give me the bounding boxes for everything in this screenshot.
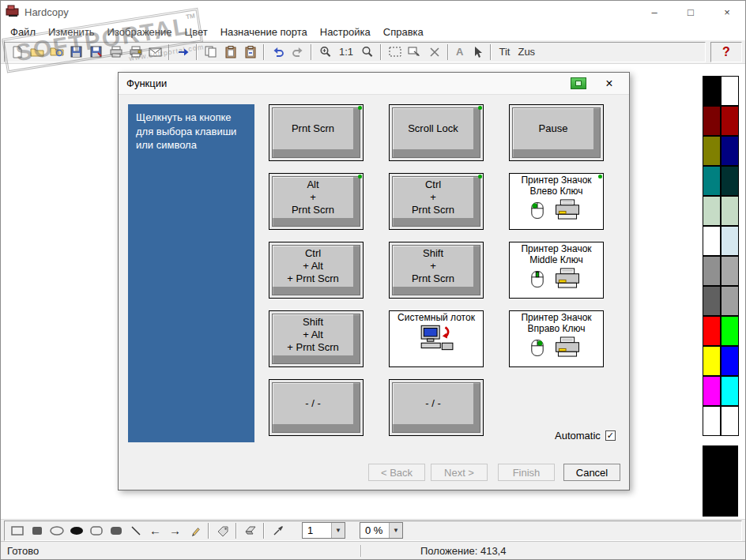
automatic-checkbox[interactable]: ✓ [605,430,616,441]
canvas-area[interactable]: Функции × Щелкнуть на кнопке для выбора … [1,64,745,521]
printer-left-key-button[interactable]: Принтер Значок Влево Ключ [509,173,604,230]
zoom-in-icon[interactable] [315,43,335,61]
palette-swatch[interactable] [703,76,721,106]
save-icon[interactable] [66,43,86,61]
palette-swatch[interactable] [721,106,739,136]
arrow-right-tool-icon[interactable]: → [165,522,185,539]
open-preview-icon[interactable] [47,43,66,61]
select-rect-icon[interactable] [385,43,405,61]
save-as-icon[interactable] [86,43,106,61]
current-color-swatch[interactable] [703,445,738,517]
palette-swatch[interactable] [703,196,721,226]
ellipse-tool-icon[interactable] [47,522,66,539]
printer-right-key-button[interactable]: Принтер Значок Вправо Ключ [509,310,604,367]
eraser-tool-icon[interactable] [240,522,260,539]
palette-swatch[interactable] [703,256,721,286]
pencil-tool-icon[interactable] [185,522,205,539]
menu-item-file[interactable]: Файл [4,24,42,39]
open-folder-icon[interactable] [27,43,47,61]
printer-middle-key-button[interactable]: Принтер Значок Middle Ключ [509,242,604,299]
menu-item-port-assignment[interactable]: Назначение порта [214,24,314,39]
palette-swatch[interactable] [703,346,721,376]
rectangle-tool-icon[interactable] [7,522,27,539]
system-tray-button[interactable]: Системный лоток [389,310,484,367]
zus-button[interactable]: Zus [514,46,539,58]
cancel-button[interactable]: Cancel [563,464,620,481]
key-scroll-lock[interactable]: Scroll Lock [389,104,484,161]
palette-swatch[interactable] [721,166,739,196]
back-button[interactable]: < Back [368,464,425,481]
tag-tool-icon[interactable] [213,522,232,539]
key-prnt-scrn[interactable]: Prnt Scrn [269,104,364,161]
palette-swatch[interactable] [721,346,739,376]
palette-swatch[interactable] [721,256,739,286]
line-tool-icon[interactable] [126,522,145,539]
zoom-icon[interactable] [357,43,377,61]
export-arrow-icon[interactable] [173,43,193,61]
freehand-select-icon[interactable] [424,43,444,61]
mail-icon[interactable] [145,43,165,61]
palette-swatch[interactable] [721,286,739,316]
paste-special-icon[interactable] [240,43,260,61]
dropdown-arrow-icon[interactable]: ▼ [331,523,345,538]
key-none-1[interactable]: - / - [269,379,364,436]
undo-icon[interactable] [268,43,288,61]
dialog-title-bar[interactable]: Функции × [119,73,629,95]
print-setup-icon[interactable] [126,43,145,61]
palette-swatch[interactable] [721,226,739,256]
menu-item-help[interactable]: Справка [377,24,430,39]
menu-item-settings[interactable]: Настройка [314,24,377,39]
palette-swatch[interactable] [703,376,721,406]
key-alt-prnt-scrn[interactable]: Alt + Prnt Scrn [269,173,364,230]
maximize-button[interactable]: □ [673,1,709,23]
transparency-dropdown[interactable]: 0 % ▼ [360,522,403,539]
menu-item-color[interactable]: Цвет [179,24,214,39]
menu-item-edit[interactable]: Изменить [42,24,101,39]
dropdown-arrow-icon[interactable]: ▼ [389,523,402,538]
key-shift-prnt-scrn[interactable]: Shift + Prnt Scrn [389,242,484,299]
new-document-icon[interactable] [7,43,27,61]
arrow-left-tool-icon[interactable]: ← [145,522,165,539]
palette-swatch[interactable] [703,166,721,196]
eyedropper-tool-icon[interactable] [268,522,288,539]
line-width-dropdown[interactable]: 1 ▼ [302,522,345,539]
palette-swatch[interactable] [703,106,721,136]
paste-icon[interactable] [220,43,240,61]
key-shift-alt-prnt-scrn[interactable]: Shift + Alt + Prnt Scrn [269,310,364,367]
image-resize-icon[interactable] [405,43,424,61]
palette-swatch[interactable] [721,316,739,346]
filled-rectangle-tool-icon[interactable] [27,522,47,539]
filled-rounded-rect-tool-icon[interactable] [106,522,126,539]
redo-icon[interactable] [288,43,307,61]
palette-swatch[interactable] [703,316,721,346]
rounded-rect-tool-icon[interactable] [86,522,106,539]
palette-swatch[interactable] [721,196,739,226]
next-button[interactable]: Next > [431,464,488,481]
copy-icon[interactable] [201,43,220,61]
dialog-green-icon[interactable] [571,77,586,89]
palette-swatch[interactable] [703,406,721,436]
palette-swatch[interactable] [721,376,739,406]
palette-swatch[interactable] [721,136,739,166]
dialog-close-icon[interactable]: × [597,75,621,92]
palette-swatch[interactable] [721,76,739,106]
palette-swatch[interactable] [703,226,721,256]
print-icon[interactable] [106,43,126,61]
palette-swatch[interactable] [721,406,739,436]
palette-swatch[interactable] [703,136,721,166]
help-icon[interactable]: ? [722,45,730,59]
close-button[interactable]: × [709,1,745,23]
palette-swatch[interactable] [703,286,721,316]
tit-button[interactable]: Tit [495,46,514,58]
minimize-button[interactable]: – [636,1,673,23]
menu-item-image[interactable]: Изображение [101,24,179,39]
filled-ellipse-tool-icon[interactable] [66,522,86,539]
finish-button[interactable]: Finish [498,464,555,481]
key-none-2[interactable]: - / - [389,379,484,436]
one-to-one-zoom-button[interactable]: 1:1 [335,46,357,58]
pointer-icon[interactable] [467,43,487,61]
text-tool-icon[interactable]: A [452,46,467,58]
key-ctrl-alt-prnt-scrn[interactable]: Ctrl + Alt + Prnt Scrn [269,242,364,299]
key-ctrl-prnt-scrn[interactable]: Ctrl + Prnt Scrn [389,173,484,230]
key-pause[interactable]: Pause [509,104,604,161]
